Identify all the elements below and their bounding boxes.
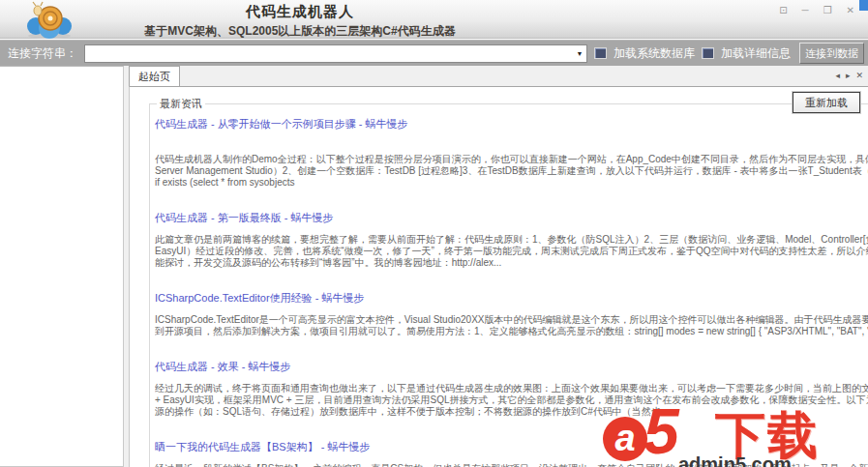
news-item: 代码生成器 - 效果 - 蜗牛慢步 星期三 2 经过几天的调试，终于将页面和通用… [155, 360, 868, 418]
news-text-line: EasyUI）经过近段的修改、完善，也将系统“做瘦一次，修了一天”，终于第一版功… [155, 246, 868, 257]
news-text-line: ICSharpCode.TextEditor是一个可高亮显示的富文本控件，Vis… [155, 314, 868, 326]
news-paragraph: 代码生成机器人制作的Demo全过程：以下整个过程是按照分层分项目演示的，你也可以… [155, 154, 868, 189]
news-item: 晒一下我的代码生成器【BS架构】 - 蜗牛慢步 经过最近一段新的尝试【BS架构】… [155, 440, 868, 467]
tab-start-page[interactable]: 起始页 [129, 66, 180, 86]
load-system-db-label: 加载系统数据库 [614, 45, 695, 62]
news-text-line: 源的操作（如：SQL语句、存储过程）放到数据库中，这样不便于版本控制；不将数据源… [155, 406, 868, 418]
news-link[interactable]: 代码生成器 - 从零开始做一个示例项目步骤 - 蜗牛慢步 [155, 117, 408, 131]
minimize-icon[interactable]: ─ [802, 5, 809, 16]
tab-close-icon[interactable]: ✕ [855, 71, 863, 80]
connection-string-combobox[interactable]: ▼ [84, 44, 587, 63]
toolbar: 连接字符串： ▼ 加载系统数据库 加载详细信息 连接到数据 [0, 40, 868, 66]
news-text-line: 代码生成机器人制作的Demo全过程：以下整个过程是按照分层分项目演示的，你也可以… [155, 154, 868, 165]
news-paragraph: 经过几天的调试，终于将页面和通用查询也做出来了，以下是通过代码生成器生成的效果图… [155, 383, 868, 418]
news-text-line: 经过几天的调试，终于将页面和通用查询也做出来了，以下是通过代码生成器生成的效果图… [155, 383, 868, 394]
titlebar: 代码生成机器人 基于MVC架构、SQL2005以上版本的三层架构C#代码生成器 … [0, 0, 868, 39]
news-item: ICSharpCode.TextEditor使用经验 - 蜗牛慢步 星期四 2 … [155, 291, 868, 337]
news-paragraph: ICSharpCode.TextEditor是一个可高亮显示的富文本控件，Vis… [155, 314, 868, 337]
news-text-line: 此篇文章仍是前两篇博客的续篇，要想完整了解，需要从前面开始了解：代码生成原则：1… [155, 234, 868, 246]
news-item: 代码生成器 - 第一版最终版 - 蜗牛慢步 星期五 2 此篇文章仍是前两篇博客的… [155, 211, 868, 269]
sidebar-panel[interactable] [0, 66, 124, 467]
news-link[interactable]: ICSharpCode.TextEditor使用经验 - 蜗牛慢步 [155, 291, 364, 306]
app-window: 代码生成机器人 基于MVC架构、SQL2005以上版本的三层架构C#代码生成器 … [0, 0, 868, 467]
tab-nav: ◂ ▸ ✕ [835, 71, 863, 80]
news-text-line: + EasyUI实现，框架采用MVC + 三层，目前通用查询方法仍采用SQL拼接… [155, 394, 868, 406]
load-details-label: 加载详细信息 [721, 45, 791, 62]
news-text-line: 经过最近一段新的尝试【BS架构】，之前的编程一直是CS架构，但也总是在忙那些项目… [155, 463, 868, 467]
start-page-content: 重新加载 最新资讯 代码生成器 - 从零开始做一个示例项目步骤 - 蜗牛慢步 星… [129, 86, 868, 467]
close-icon[interactable]: ✕ [847, 5, 854, 16]
news-paragraph: 此篇文章仍是前两篇博客的续篇，要想完整了解，需要从前面开始了解：代码生成原则：1… [155, 234, 868, 269]
load-system-db-checkbox[interactable] [594, 47, 607, 59]
tab-scroll-left-icon[interactable]: ◂ [835, 71, 840, 80]
news-link[interactable]: 代码生成器 - 第一版最终版 - 蜗牛慢步 [155, 211, 334, 225]
main-area: 起始页 ◂ ▸ ✕ 重新加载 最新资讯 代码生成器 - 从零开始做一个示例项目步… [0, 66, 868, 467]
news-text-line: 能探讨，开发交流及源码的公布转移到“博客园”中。我的博客园地址：http://a… [155, 257, 868, 269]
right-column: 起始页 ◂ ▸ ✕ 重新加载 最新资讯 代码生成器 - 从零开始做一个示例项目步… [129, 66, 868, 467]
maximize-icon[interactable]: ❐ [823, 5, 832, 16]
latest-news-group: 最新资讯 代码生成器 - 从零开始做一个示例项目步骤 - 蜗牛慢步 星期六 2 … [149, 97, 868, 467]
connect-button[interactable]: 连接到数据 [799, 43, 864, 64]
news-text-line: Server Management Studio）2、创建一个空数据库：Test… [155, 165, 868, 177]
load-details-checkbox[interactable] [702, 47, 714, 59]
window-controls: ⊡ ─ ❐ ✕ [779, 5, 854, 16]
tab-strip: 起始页 ◂ ▸ ✕ [129, 66, 868, 86]
news-link[interactable]: 晒一下我的代码生成器【BS架构】 - 蜗牛慢步 [155, 440, 370, 454]
corner-accent [859, 0, 868, 11]
news-item: 代码生成器 - 从零开始做一个示例项目步骤 - 蜗牛慢步 星期六 2 代码生成机… [155, 117, 868, 189]
app-title: 代码生成机器人 [87, 3, 513, 21]
combobox-dropdown-icon[interactable]: ▼ [573, 50, 586, 57]
snail-logo-icon [23, 1, 75, 40]
group-title: 最新资讯 [157, 97, 205, 111]
news-paragraph: 经过最近一段新的尝试【BS架构】，之前的编程一直是CS架构，但也总是在忙那些项目… [155, 463, 868, 467]
reload-button[interactable]: 重新加载 [793, 92, 860, 113]
title-block: 代码生成机器人 基于MVC架构、SQL2005以上版本的三层架构C#代码生成器 [87, 3, 513, 40]
news-link[interactable]: 代码生成器 - 效果 - 蜗牛慢步 [155, 360, 291, 374]
connection-string-label: 连接字符串： [8, 45, 77, 62]
pin-icon[interactable]: ⊡ [779, 5, 787, 16]
news-text-line: 到开源项目，然后添加到解决方案，做项目引用就可以了。简易使用方法：1、定义能够格… [155, 326, 868, 337]
news-text-line: if exists (select * from sysobjects [155, 177, 868, 189]
app-subtitle: 基于MVC架构、SQL2005以上版本的三层架构C#代码生成器 [87, 23, 513, 40]
tab-scroll-right-icon[interactable]: ▸ [846, 71, 851, 80]
connection-string-input[interactable] [85, 46, 573, 61]
